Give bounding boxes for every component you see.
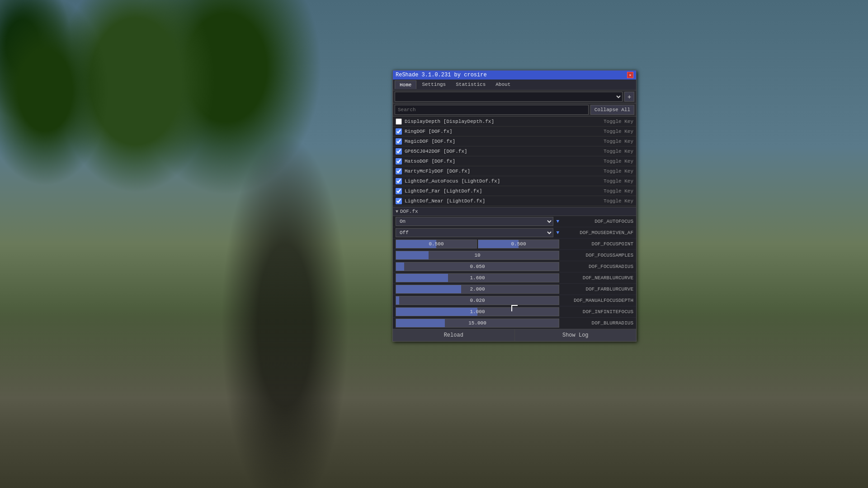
- effect-toggle-key: Toggle Key: [604, 169, 633, 174]
- effect-row: MartyMcFlyDOF [DOF.fx]Toggle Key: [393, 166, 636, 176]
- reshade-toolbar: +: [393, 90, 636, 103]
- effect-checkbox-7[interactable]: [396, 188, 402, 194]
- effect-row: DisplayDepth [DisplayDepth.fx]Toggle Key: [393, 117, 636, 127]
- effect-row: LightDof_Far [LightDof.fx]Toggle Key: [393, 186, 636, 196]
- effect-name: MatsoDOF [DOF.fx]: [405, 159, 604, 164]
- effect-name: MartyMcFlyDOF [DOF.fx]: [405, 169, 604, 174]
- effect-name: LightDof_Near [LightDof.fx]: [405, 198, 604, 204]
- single-slider-6[interactable]: 2.000: [396, 285, 559, 294]
- effect-row: MatsoDOF [DOF.fx]Toggle Key: [393, 156, 636, 166]
- effect-name: LightDof_Far [LightDof.fx]: [405, 188, 604, 194]
- dropdown-arrow-icon: ▼: [556, 219, 559, 224]
- dual-slider[interactable]: 0.5000.500: [396, 239, 559, 249]
- dof-param-row: 10DOF_FOCUSSAMPLES: [393, 250, 636, 261]
- show-log-button[interactable]: Show Log: [515, 329, 637, 341]
- param-name-label: DOF_FOCUSRADIUS: [561, 264, 633, 269]
- dof-param-dropdown-0[interactable]: On: [396, 217, 553, 226]
- effect-row: LightDof_Near [LightDof.fx]Toggle Key: [393, 196, 636, 206]
- effect-checkbox-1[interactable]: [396, 128, 402, 135]
- effect-name: RingDOF [DOF.fx]: [405, 129, 604, 134]
- bottom-bar: Reload Show Log: [393, 329, 636, 341]
- search-input[interactable]: [395, 105, 589, 115]
- effect-name: DisplayDepth [DisplayDepth.fx]: [405, 119, 604, 124]
- tab-about[interactable]: About: [491, 80, 515, 89]
- effect-toggle-key: Toggle Key: [604, 159, 633, 164]
- dof-title: DOF.fx: [400, 209, 418, 214]
- param-name-label: DOF_BLURRADIUS: [561, 320, 633, 326]
- effect-toggle-key: Toggle Key: [604, 119, 633, 124]
- effect-toggle-key: Toggle Key: [604, 188, 633, 194]
- single-slider-5[interactable]: 1.600: [396, 273, 559, 282]
- effect-checkbox-2[interactable]: [396, 138, 402, 145]
- slider-half-x[interactable]: 0.500: [396, 239, 477, 249]
- dof-param-row: 0.020DOF_MANUALFOCUSDEPTH: [393, 295, 636, 306]
- dof-param-row: 1.600DOF_NEARBLURCURVE: [393, 272, 636, 284]
- dof-param-row: 1.000DOF_INFINITEFOCUS: [393, 306, 636, 318]
- reshade-titlebar: ReShade 3.1.0.231 by crosire ✕: [393, 70, 636, 80]
- param-name-label: DOF_FOCUSSAMPLES: [561, 253, 633, 258]
- param-name-label: DOF_INFINITEFOCUS: [561, 309, 633, 314]
- effect-toggle-key: Toggle Key: [604, 139, 633, 144]
- reshade-nav: Home Settings Statistics About: [393, 80, 636, 90]
- slider-half-y[interactable]: 0.500: [478, 239, 559, 249]
- dof-param-row: 0.050DOF_FOCUSRADIUS: [393, 261, 636, 272]
- param-name-label: DOF_MOUSEDRIVEN_AF: [561, 230, 633, 235]
- dropdown-arrow-icon: ▼: [556, 230, 559, 235]
- dof-collapse-icon: ▼: [396, 209, 398, 214]
- dof-param-row: On▼DOF_AUTOFOCUS: [393, 216, 636, 227]
- effect-toggle-key: Toggle Key: [604, 129, 633, 134]
- effect-checkbox-8[interactable]: [396, 198, 402, 204]
- dof-section-header[interactable]: ▼ DOF.fx: [393, 207, 636, 216]
- tab-home[interactable]: Home: [395, 80, 416, 89]
- tab-statistics[interactable]: Statistics: [451, 80, 490, 89]
- single-slider-7[interactable]: 0.020: [396, 296, 559, 305]
- effect-toggle-key: Toggle Key: [604, 198, 633, 204]
- single-slider-3[interactable]: 10: [396, 251, 559, 260]
- dof-section: ▼ DOF.fx On▼DOF_AUTOFOCUSOff▼DOF_MOUSEDR…: [393, 207, 636, 329]
- single-slider-9[interactable]: 15.000: [396, 319, 559, 328]
- dof-param-dropdown-1[interactable]: Off: [396, 228, 553, 237]
- effect-row: RingDOF [DOF.fx]Toggle Key: [393, 127, 636, 136]
- effects-list: DisplayDepth [DisplayDepth.fx]Toggle Key…: [393, 117, 636, 207]
- tab-settings[interactable]: Settings: [417, 80, 450, 89]
- effect-checkbox-4[interactable]: [396, 158, 402, 164]
- reshade-close-button[interactable]: ✕: [627, 72, 633, 78]
- effect-row: GP65CJ042DOF [DOF.fx]Toggle Key: [393, 146, 636, 156]
- param-name-label: DOF_AUTOFOCUS: [561, 219, 633, 224]
- dof-param-row: 15.000DOF_BLURRADIUS: [393, 318, 636, 329]
- dof-params: On▼DOF_AUTOFOCUSOff▼DOF_MOUSEDRIVEN_AF0.…: [393, 216, 636, 329]
- param-name-label: DOF_NEARBLURCURVE: [561, 275, 633, 281]
- single-slider-8[interactable]: 1.000: [396, 307, 559, 316]
- effect-checkbox-3[interactable]: [396, 148, 402, 155]
- effect-row: MagicDOF [DOF.fx]Toggle Key: [393, 136, 636, 146]
- character-silhouette: [172, 81, 398, 488]
- effect-checkbox-5[interactable]: [396, 168, 402, 174]
- param-name-label: DOF_MANUALFOCUSDEPTH: [561, 298, 633, 303]
- param-name-label: DOF_FARBLURCURVE: [561, 286, 633, 292]
- effect-toggle-key: Toggle Key: [604, 178, 633, 184]
- search-bar: Collapse All: [393, 103, 636, 117]
- dof-param-row: 0.5000.500DOF_FOCUSPOINT: [393, 239, 636, 250]
- effect-checkbox-0[interactable]: [396, 118, 402, 125]
- effect-name: LightDof_AutoFocus [LightDof.fx]: [405, 178, 604, 184]
- effect-name: GP65CJ042DOF [DOF.fx]: [405, 149, 604, 154]
- add-preset-button[interactable]: +: [624, 92, 634, 102]
- param-name-label: DOF_FOCUSPOINT: [561, 241, 633, 247]
- effect-row: LightDof_AutoFocus [LightDof.fx]Toggle K…: [393, 176, 636, 186]
- collapse-all-button[interactable]: Collapse All: [590, 105, 634, 115]
- preset-dropdown[interactable]: [395, 92, 623, 102]
- dof-param-row: Off▼DOF_MOUSEDRIVEN_AF: [393, 227, 636, 239]
- effect-name: MagicDOF [DOF.fx]: [405, 139, 604, 144]
- reload-button[interactable]: Reload: [393, 329, 515, 341]
- effect-checkbox-6[interactable]: [396, 178, 402, 184]
- dof-param-row: 2.000DOF_FARBLURCURVE: [393, 284, 636, 295]
- single-slider-4[interactable]: 0.050: [396, 262, 559, 271]
- reshade-title: ReShade 3.1.0.231 by crosire: [396, 72, 487, 78]
- reshade-panel: ReShade 3.1.0.231 by crosire ✕ Home Sett…: [392, 70, 637, 342]
- effect-toggle-key: Toggle Key: [604, 149, 633, 154]
